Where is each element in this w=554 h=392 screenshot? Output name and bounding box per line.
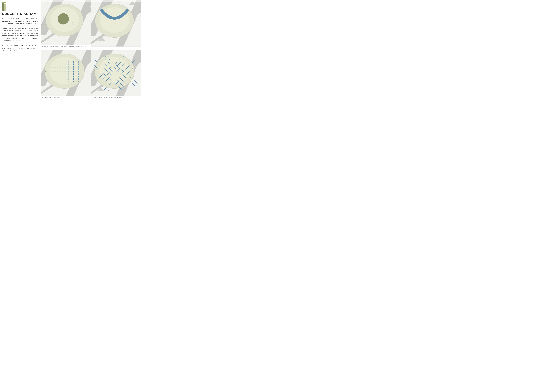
diagram-1-canvas <box>41 0 91 45</box>
diagram-3-caption: 03 VERTICAL & HOTIZONTAL GRIDS <box>41 96 91 99</box>
diagram-4: 04 TAKE THE MODULE FROM EL FATTAH ELALEE… <box>91 50 141 99</box>
diagram-3-canvas <box>41 50 91 96</box>
diagram-4-caption: 04 TAKE THE MODULE FROM EL FATTAH ELALEE… <box>91 96 141 99</box>
diagram-4-canvas <box>91 50 141 96</box>
svg-point-25 <box>49 57 80 84</box>
page: CONCEPT DIAGRAM THE GRADIANT HOTEL IS DE… <box>0 0 141 99</box>
concept-body: THE GRADIANT HOTEL IS DESIGNED TO GENERA… <box>2 17 38 52</box>
diagram-3: 03 VERTICAL & HOTIZONTAL GRIDS <box>41 50 91 99</box>
left-panel: CONCEPT DIAGRAM THE GRADIANT HOTEL IS DE… <box>0 0 41 99</box>
svg-rect-0 <box>2 2 4 11</box>
svg-point-17 <box>100 7 129 33</box>
diagram-1-top-label: MAKE INTERNAL VIEW <box>41 0 91 2</box>
diagram-2-canvas <box>91 0 141 47</box>
diagram-2: MAKE INTERNAL VIEW <box>91 0 141 50</box>
diagram-1-caption: 01 CREATING COMMUNITY PLAZA TO THE MOSTT… <box>41 45 91 50</box>
svg-rect-2 <box>2 2 6 3</box>
diagram-2-top-label: MAKE INTERNAL VIEW <box>91 0 141 2</box>
diagram-1: MAKE INTERNAL VIEW <box>41 0 91 50</box>
diagram-2-caption: 02 TAKE OFFSET FROM THE GREEN RIVER TO M… <box>91 47 141 50</box>
diagrams-area: MAKE INTERNAL VIEW <box>41 0 141 99</box>
svg-point-9 <box>58 13 69 24</box>
svg-rect-1 <box>4 4 6 11</box>
logo-icon <box>2 2 7 11</box>
concept-title: CONCEPT DIAGRAM <box>2 12 38 16</box>
